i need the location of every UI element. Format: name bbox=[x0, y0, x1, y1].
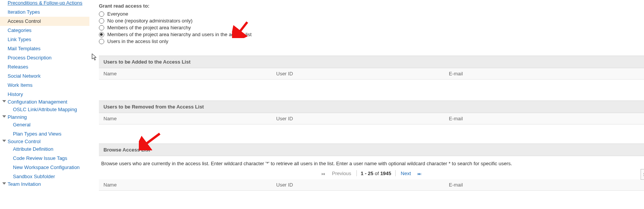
pager: ⏮ Previous 1 - 25 of 1945 Next ⏭ bbox=[99, 170, 644, 176]
column-userid[interactable]: User ID bbox=[272, 113, 444, 124]
sidebar-item-code-review-tags[interactable]: Code Review Issue Tags bbox=[0, 154, 89, 163]
sidebar-group-planning[interactable]: Planning bbox=[0, 113, 29, 121]
section-users-to-remove: Users to be Removed from the Access List… bbox=[99, 101, 644, 124]
radio-label: Members of the project area hierarchy bbox=[107, 25, 191, 30]
sidebar-item-access-control[interactable]: Access Control bbox=[0, 17, 89, 26]
sidebar-item-mail-templates[interactable]: Mail Templates bbox=[0, 44, 89, 53]
chevron-down-icon bbox=[2, 115, 6, 118]
sidebar-item-work-items[interactable]: Work Items bbox=[0, 81, 89, 90]
sidebar-item-releases[interactable]: Releases bbox=[0, 62, 89, 72]
radio-label: Members of the project area hierarchy an… bbox=[107, 32, 251, 37]
sidebar: Preconditions & Follow-up Actions Iterat… bbox=[0, 0, 89, 187]
radio-icon bbox=[99, 39, 104, 44]
section-title: Users to be Removed from the Access List bbox=[99, 101, 644, 113]
sidebar-group-label: Source Control bbox=[8, 139, 41, 144]
radio-icon bbox=[99, 11, 104, 17]
sidebar-item-social-network[interactable]: Social Network bbox=[0, 72, 89, 81]
sidebar-item-process-description[interactable]: Process Description bbox=[0, 53, 89, 62]
radio-label: No one (repository administrators only) bbox=[107, 18, 192, 24]
section-users-to-add: Users to be Added to the Access List Nam… bbox=[99, 56, 644, 80]
grant-access-label: Grant read access to: bbox=[99, 3, 644, 9]
column-name[interactable]: Name bbox=[99, 113, 272, 124]
sidebar-group-label: Configuration Management bbox=[8, 99, 67, 105]
pager-next-button[interactable]: Next bbox=[399, 171, 413, 176]
column-userid[interactable]: User ID bbox=[272, 179, 444, 190]
section-title: Users to be Added to the Access List bbox=[99, 56, 644, 68]
sidebar-item-general[interactable]: General bbox=[0, 120, 89, 129]
radio-no-one[interactable]: No one (repository administrators only) bbox=[99, 18, 644, 24]
section-title: Browse Access List bbox=[99, 144, 644, 156]
chevron-down-icon bbox=[2, 100, 6, 102]
divider bbox=[356, 170, 357, 176]
pager-range-current: 1 - 25 bbox=[361, 171, 373, 176]
divider bbox=[395, 170, 396, 176]
table-header: Name User ID E-mail bbox=[99, 68, 644, 80]
search-input[interactable] bbox=[641, 169, 644, 180]
pager-previous-button: Previous bbox=[331, 171, 353, 176]
main-content: Grant read access to: Everyone No one (r… bbox=[89, 0, 644, 191]
sidebar-group-config-management[interactable]: Configuration Management bbox=[0, 97, 70, 106]
radio-project-hierarchy[interactable]: Members of the project area hierarchy bbox=[99, 25, 644, 30]
cursor-icon bbox=[92, 53, 98, 63]
sidebar-item-categories[interactable]: Categories bbox=[0, 26, 89, 35]
sidebar-group-label: Team Invitation bbox=[8, 181, 41, 187]
radio-hierarchy-and-list[interactable]: Members of the project area hierarchy an… bbox=[99, 32, 644, 37]
column-email[interactable]: E-mail bbox=[444, 68, 644, 79]
column-userid[interactable]: User ID bbox=[272, 68, 444, 79]
sidebar-group-source-control[interactable]: Source Control bbox=[0, 137, 43, 146]
column-email[interactable]: E-mail bbox=[444, 179, 644, 190]
sidebar-item-attribute-definition[interactable]: Attribute Definition bbox=[0, 145, 89, 154]
browse-description: Browse users who are currently in the ac… bbox=[101, 161, 644, 166]
first-page-icon: ⏮ bbox=[321, 172, 325, 176]
search-box bbox=[641, 169, 644, 180]
column-name[interactable]: Name bbox=[99, 68, 272, 79]
radio-icon bbox=[99, 25, 104, 30]
sidebar-group-label: Planning bbox=[8, 114, 27, 120]
pager-range-of: of bbox=[374, 171, 380, 176]
last-page-icon: ⏭ bbox=[418, 172, 421, 176]
pager-range-total: 1945 bbox=[380, 171, 391, 176]
sidebar-item-new-workspace-config[interactable]: New Workspace Configuration bbox=[0, 163, 89, 172]
radio-everyone[interactable]: Everyone bbox=[99, 11, 644, 17]
radio-label: Everyone bbox=[107, 11, 128, 17]
chevron-down-icon bbox=[2, 182, 6, 185]
chevron-down-icon bbox=[2, 140, 6, 142]
radio-icon bbox=[99, 18, 104, 24]
table-header: Name User ID E-mail bbox=[99, 113, 644, 124]
section-browse-access-list: Browse Access List Browse users who are … bbox=[99, 144, 644, 191]
column-email[interactable]: E-mail bbox=[444, 113, 644, 124]
radio-icon bbox=[99, 32, 104, 37]
radio-access-list-only[interactable]: Users in the access list only bbox=[99, 38, 644, 44]
pager-first-button: ⏮ bbox=[320, 171, 327, 176]
table-header: Name User ID E-mail bbox=[99, 179, 644, 191]
sidebar-item-link-types[interactable]: Link Types bbox=[0, 35, 89, 44]
radio-label: Users in the access list only bbox=[107, 38, 168, 44]
pager-range: 1 - 25 of 1945 bbox=[361, 171, 391, 176]
pager-last-button[interactable]: ⏭ bbox=[416, 171, 423, 176]
sidebar-item-iteration-types[interactable]: Iteration Types bbox=[0, 8, 89, 17]
sidebar-group-team-invitation[interactable]: Team Invitation bbox=[0, 180, 43, 188]
column-name[interactable]: Name bbox=[99, 179, 272, 190]
sidebar-item-preconditions[interactable]: Preconditions & Follow-up Actions bbox=[0, 0, 89, 8]
